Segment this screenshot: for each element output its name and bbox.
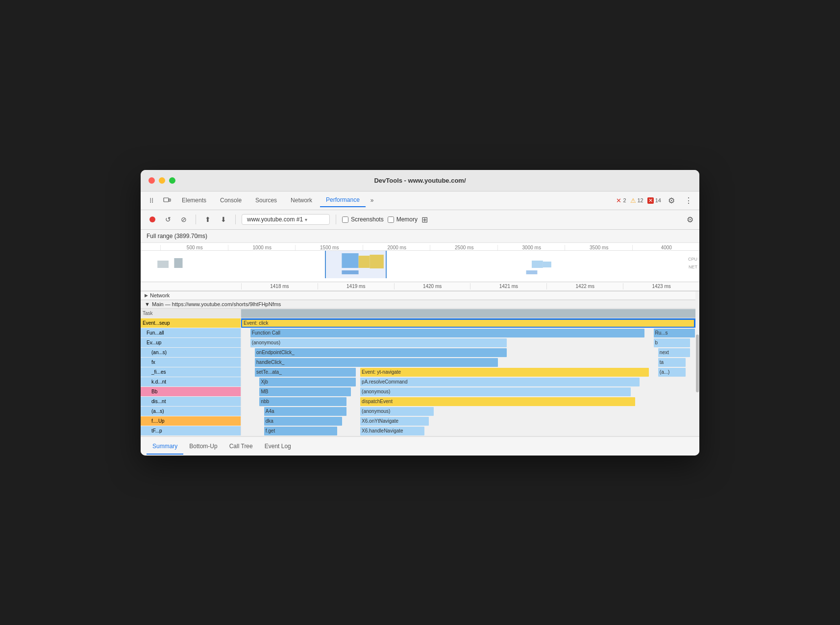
flame-bars-7[interactable]: MB (anonymous): [241, 387, 699, 396]
cursor-icon[interactable]: ⁞⁞: [145, 193, 158, 207]
network-expand-arrow: ▶: [145, 293, 148, 298]
tab-console[interactable]: Console: [214, 193, 247, 207]
tab-performance[interactable]: Performance: [320, 193, 366, 207]
devtools-window: DevTools - www.youtube.com/ ⁞⁞ Elements …: [141, 170, 699, 456]
tab-event-log[interactable]: Event Log: [259, 439, 297, 455]
xjb-bar[interactable]: Xjb: [259, 378, 355, 386]
a4a-bar[interactable]: A4a: [264, 407, 346, 416]
task-bar[interactable]: [241, 309, 699, 318]
screenshots-checkbox[interactable]: [342, 216, 348, 223]
tab-network[interactable]: Network: [285, 193, 318, 207]
flame-bars-9[interactable]: A4a (anonymous): [241, 407, 699, 416]
sete-bar[interactable]: setTe...ata_: [255, 368, 356, 377]
clear-button[interactable]: ⊘: [178, 214, 190, 225]
scrollbar-thumb[interactable]: [696, 335, 699, 392]
flame-row-7: Bb MB (anonymous): [141, 387, 699, 397]
flame-label-8: dis...nt: [141, 397, 241, 406]
anonymous-bar-2[interactable]: (anonymous): [250, 338, 507, 347]
reload-record-button[interactable]: ↺: [162, 214, 174, 225]
flame-bars-6[interactable]: Xjb pA.resolveCommand: [241, 377, 699, 386]
flame-row-5: _fi...es setTe...ata_ Event: yt-navigate…: [141, 367, 699, 377]
x6-navigate-bar[interactable]: X6.onYtNavigate: [360, 417, 429, 426]
network-section-row[interactable]: ▶ Network: [141, 291, 699, 300]
flame-bars-0[interactable]: Event: click: [241, 318, 699, 328]
handleclick-bar[interactable]: handleClick_: [255, 358, 498, 367]
close-button[interactable]: [148, 177, 155, 184]
download-button[interactable]: ⬇: [218, 214, 229, 225]
x6-handle-bar[interactable]: X6.handleNavigate: [360, 427, 424, 435]
cpu-throttle-icon[interactable]: ⊞: [421, 215, 428, 224]
svg-rect-10: [342, 270, 358, 274]
nbb-bar[interactable]: nbb: [259, 397, 346, 406]
svg-rect-1: [169, 199, 171, 201]
mb-bar[interactable]: MB: [259, 387, 351, 396]
b-bar[interactable]: b: [654, 338, 691, 347]
tab-call-tree[interactable]: Call Tree: [223, 439, 259, 455]
tick-3500: 3500 ms: [565, 245, 632, 250]
url-dropdown[interactable]: www.youtube.com #1 ▾: [242, 214, 330, 225]
ru-s-bar[interactable]: Ru...s: [654, 329, 695, 337]
performance-settings-icon[interactable]: ⚙: [687, 215, 693, 224]
flame-bars-1[interactable]: Function Call Ru...s: [241, 328, 699, 337]
upload-button[interactable]: ⬆: [202, 214, 214, 225]
flame-label-0: Event...seup: [141, 318, 241, 328]
minimize-button[interactable]: [159, 177, 165, 184]
flame-label-7: Bb: [141, 387, 241, 396]
svg-rect-4: [174, 258, 182, 268]
ytnavigate-bar[interactable]: Event: yt-navigate: [360, 368, 649, 377]
tick-4000: 4000: [632, 245, 700, 250]
flame-bars-5[interactable]: setTe...ata_ Event: yt-navigate (a...): [241, 367, 699, 377]
flame-bars-4[interactable]: handleClick_ ta: [241, 358, 699, 367]
tick-2000: 2000 ms: [363, 245, 430, 250]
info-count: 14: [655, 197, 661, 203]
function-call-bar[interactable]: Function Call: [250, 329, 644, 337]
tab-bottom-up[interactable]: Bottom-Up: [183, 439, 223, 455]
flame-bars-3[interactable]: onEndpointClick_ next: [241, 348, 699, 357]
memory-checkbox-label[interactable]: Memory: [388, 216, 418, 223]
maximize-button[interactable]: [169, 177, 175, 184]
more-tabs-button[interactable]: »: [368, 195, 377, 206]
flame-label-1: Fun...all: [141, 328, 241, 337]
flame-bars-2[interactable]: (anonymous) b: [241, 338, 699, 347]
anonymous-bar-7[interactable]: (anonymous): [360, 387, 631, 396]
flame-bars-8[interactable]: nbb dispatchEvent: [241, 397, 699, 406]
ta-bar[interactable]: ta: [658, 358, 686, 367]
svg-point-2: [149, 216, 155, 222]
devtools-more-icon[interactable]: ⋮: [682, 194, 695, 207]
screenshots-checkbox-label[interactable]: Screenshots: [342, 216, 384, 223]
tab-badges: ✕ 2 ⚠ 12 ✕ 14 ⚙ ⋮: [616, 194, 695, 207]
a-bar-5[interactable]: (a...): [658, 368, 686, 377]
event-click-bar[interactable]: Event: click: [241, 319, 695, 328]
flame-label-10: f....Up: [141, 416, 241, 426]
flame-bars-11[interactable]: f.get X6.handleNavigate: [241, 426, 699, 435]
tab-summary[interactable]: Summary: [147, 439, 183, 455]
titlebar: DevTools - www.youtube.com/: [141, 170, 699, 192]
record-button[interactable]: [147, 214, 158, 225]
dispatchevent-bar[interactable]: dispatchEvent: [360, 397, 635, 406]
timeline-overview[interactable]: 500 ms 1000 ms 1500 ms 2000 ms 2500 ms 3…: [141, 243, 699, 282]
flame-outer: ▶ Network ▼ Main — https://www.youtube.c…: [141, 291, 699, 436]
tab-sources[interactable]: Sources: [249, 193, 283, 207]
tab-elements[interactable]: Elements: [176, 193, 212, 207]
toolbar-separator-2: [235, 215, 236, 224]
next-bar[interactable]: next: [658, 348, 690, 357]
memory-label: Memory: [396, 216, 418, 223]
flame-row-1: Fun...all Function Call Ru...s: [141, 328, 699, 338]
error-badge: ✕ 2: [616, 197, 626, 204]
detail-tick-1423: 1423 ms: [623, 283, 699, 289]
vertical-scrollbar[interactable]: [695, 291, 699, 436]
anonymous-bar-9[interactable]: (anonymous): [360, 407, 434, 416]
flame-row-0: Event...seup Event: click: [141, 318, 699, 328]
warning-badge: ⚠ 12: [630, 197, 643, 204]
device-icon[interactable]: [160, 193, 174, 207]
fget-bar[interactable]: f.get: [264, 427, 338, 435]
memory-checkbox[interactable]: [388, 216, 394, 223]
dka-bar[interactable]: dka: [264, 417, 342, 426]
svg-rect-8: [532, 261, 543, 268]
onendpointclick-bar[interactable]: onEndpointClick_: [255, 348, 507, 357]
devtools-settings-icon[interactable]: ⚙: [665, 194, 678, 207]
url-dropdown-arrow: ▾: [305, 217, 307, 222]
flame-bars-10[interactable]: dka X6.onYtNavigate: [241, 416, 699, 426]
net-label: NET: [689, 264, 697, 269]
pa-bar[interactable]: pA.resolveCommand: [360, 378, 640, 386]
